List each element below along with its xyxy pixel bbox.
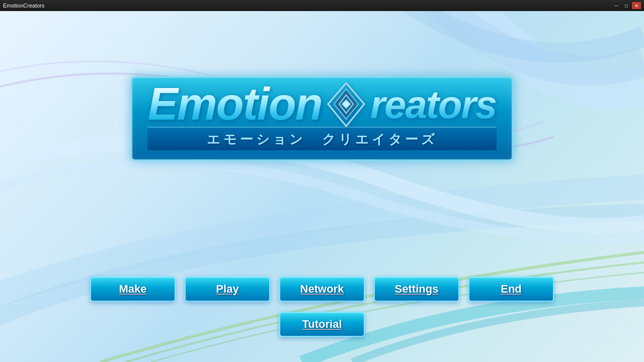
logo-box: Emotion reators エモーション クリエ <box>131 76 513 161</box>
window-controls: ─ □ ✕ <box>612 2 641 9</box>
logo-main: Emotion reators <box>147 84 497 125</box>
make-button[interactable]: Make <box>90 277 176 302</box>
logo-diamond-icon <box>326 84 366 125</box>
logo-subtitle: エモーション クリエイターズ <box>147 127 497 150</box>
logo-container: Emotion reators エモーション クリエ <box>131 76 513 161</box>
minimize-button[interactable]: ─ <box>612 2 621 9</box>
network-button[interactable]: Network <box>279 277 365 302</box>
game-area: Emotion reators エモーション クリエ <box>0 11 644 362</box>
logo-text-part1: Emotion <box>148 84 322 125</box>
secondary-menu: Tutorial <box>279 312 365 337</box>
main-menu: Make Play Network Settings End <box>90 277 554 302</box>
close-button[interactable]: ✕ <box>632 2 641 9</box>
background-decoration <box>0 11 644 362</box>
maximize-button[interactable]: □ <box>622 2 631 9</box>
end-button[interactable]: End <box>468 277 554 302</box>
settings-button[interactable]: Settings <box>374 277 459 302</box>
titlebar: EmotionCreators ─ □ ✕ <box>0 0 644 11</box>
window-title: EmotionCreators <box>3 3 45 9</box>
play-button[interactable]: Play <box>185 277 270 302</box>
tutorial-button[interactable]: Tutorial <box>279 312 365 337</box>
logo-text-part2: reators <box>370 85 496 124</box>
